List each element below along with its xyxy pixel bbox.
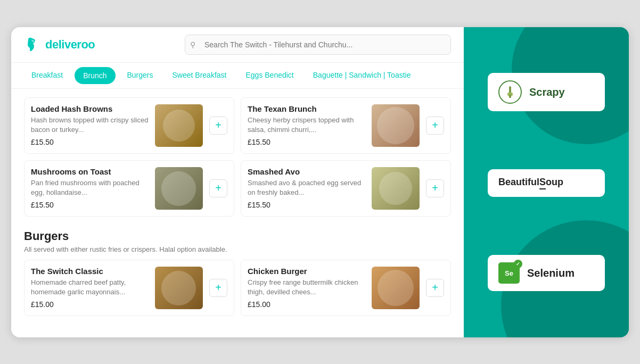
add-item-button[interactable]: +: [426, 179, 444, 197]
tab-eggs-benedict[interactable]: Eggs Benedict: [238, 64, 301, 87]
tab-burgers[interactable]: Burgers: [120, 64, 161, 87]
svg-rect-0: [509, 86, 511, 94]
scrapy-label: Scrapy: [529, 86, 565, 98]
item-name: Mushrooms on Toast: [31, 167, 149, 176]
search-input[interactable]: [185, 35, 451, 55]
main-content: deliveroo ⚲ Breakfast Brunch Burgers Swe…: [11, 27, 464, 337]
item-desc: Crispy free range buttermilk chicken thi…: [248, 278, 365, 297]
logo-text: deliveroo: [45, 38, 95, 52]
search-bar[interactable]: ⚲: [185, 35, 451, 55]
beautifulsoup-label: BeautifulSoup: [498, 177, 563, 189]
item-desc: Hash browns topped with crispy sliced ba…: [31, 115, 149, 135]
item-price: £15.50: [31, 201, 149, 209]
menu-content: Loaded Hash Browns Hash browns topped wi…: [11, 89, 464, 337]
item-info-loaded-hash: Loaded Hash Browns Hash browns topped wi…: [31, 104, 149, 146]
item-name: The Texan Brunch: [248, 104, 365, 113]
item-price: £15.50: [31, 138, 149, 146]
item-name: Smashed Avo: [248, 167, 365, 176]
item-desc: Pan fried mushrooms with poached egg, ho…: [31, 178, 149, 197]
item-info-chicken-burger: Chicken Burger Crispy free range butterm…: [248, 267, 365, 309]
scrapy-card: Scrapy: [488, 73, 605, 111]
item-name: Chicken Burger: [248, 267, 365, 276]
item-desc: Cheesy herby crispers topped with salsa,…: [248, 115, 365, 135]
section-title-burgers: Burgers: [24, 229, 451, 243]
item-image: [155, 167, 203, 210]
item-image: [372, 167, 420, 210]
item-desc: Smashed avo & poached egg served on fres…: [248, 178, 365, 197]
tab-baguette[interactable]: Baguette | Sandwich | Toastie: [306, 64, 419, 87]
selenium-card: Se ✓ Selenium: [488, 255, 605, 291]
list-item: Mushrooms on Toast Pan fried mushrooms w…: [24, 160, 234, 217]
item-name: Loaded Hash Browns: [31, 104, 149, 113]
add-item-button[interactable]: +: [209, 279, 227, 297]
section-subtitle-burgers: All served with either rustic fries or c…: [24, 245, 451, 253]
svg-rect-2: [509, 95, 511, 98]
selenium-check-badge: ✓: [514, 260, 522, 268]
add-item-button[interactable]: +: [426, 117, 444, 135]
item-image: [372, 267, 420, 309]
add-item-button[interactable]: +: [209, 117, 227, 135]
logo-area: deliveroo: [24, 36, 95, 53]
scrapy-icon: [498, 80, 522, 104]
brunch-grid: Loaded Hash Browns Hash browns topped wi…: [24, 97, 451, 217]
add-item-button[interactable]: +: [209, 179, 227, 197]
item-info-smashed-avo: Smashed Avo Smashed avo & poached egg se…: [248, 167, 365, 209]
item-image: [155, 104, 203, 147]
item-info-mushroom: Mushrooms on Toast Pan fried mushrooms w…: [31, 167, 149, 209]
header: deliveroo ⚲: [11, 27, 464, 63]
burgers-grid: The Switch Classic Homemade charred beef…: [24, 260, 451, 316]
selenium-icon-wrap: Se ✓: [498, 262, 520, 284]
item-price: £15.00: [31, 300, 149, 309]
item-price: £15.50: [248, 201, 365, 209]
item-desc: Homemade charred beef patty, homemade ga…: [31, 278, 149, 297]
list-item: The Texan Brunch Cheesy herby crispers t…: [241, 97, 451, 154]
selenium-label: Selenium: [527, 267, 575, 279]
list-item: The Switch Classic Homemade charred beef…: [24, 260, 234, 316]
item-info-switch-classic: The Switch Classic Homemade charred beef…: [31, 267, 149, 309]
tab-breakfast[interactable]: Breakfast: [24, 64, 70, 87]
list-item: Loaded Hash Browns Hash browns topped wi…: [24, 97, 234, 154]
burgers-section-heading: Burgers All served with either rustic fr…: [24, 229, 451, 253]
list-item: Smashed Avo Smashed avo & poached egg se…: [241, 160, 451, 217]
item-image: [372, 104, 420, 147]
item-name: The Switch Classic: [31, 267, 149, 276]
item-image: [155, 267, 203, 309]
add-item-button[interactable]: +: [426, 279, 444, 297]
nav-tabs: Breakfast Brunch Burgers Sweet Breakfast…: [11, 63, 464, 89]
selenium-se-text: Se: [505, 269, 513, 277]
item-info-texan: The Texan Brunch Cheesy herby crispers t…: [248, 104, 365, 146]
search-icon: ⚲: [190, 40, 195, 49]
app-container: deliveroo ⚲ Breakfast Brunch Burgers Swe…: [11, 27, 629, 337]
beautifulsoup-card: BeautifulSoup: [488, 169, 605, 197]
tab-sweet-breakfast[interactable]: Sweet Breakfast: [165, 64, 234, 87]
right-panel: Scrapy BeautifulSoup Se ✓ Selenium: [464, 27, 629, 337]
item-price: £15.00: [248, 300, 365, 309]
deliveroo-logo-icon: [24, 36, 41, 53]
spatula-icon: [503, 85, 517, 99]
item-price: £15.50: [248, 138, 365, 146]
list-item: Chicken Burger Crispy free range butterm…: [241, 260, 451, 316]
tab-brunch[interactable]: Brunch: [75, 67, 115, 84]
